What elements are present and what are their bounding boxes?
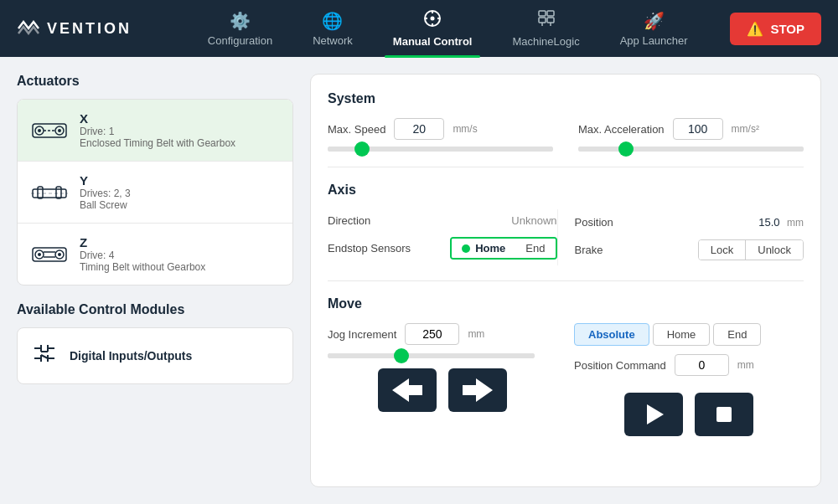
actuator-y-name: Y — [80, 173, 131, 188]
svg-point-24 — [38, 253, 41, 256]
nav-app-launcher[interactable]: 🚀 App Launcher — [600, 4, 708, 54]
position-command-row: Position Command mm — [574, 354, 804, 376]
stop-button[interactable]: ⚠️ STOP — [730, 13, 821, 45]
move-right: Absolute Home End Position Command mm — [574, 323, 804, 436]
actuator-y-info: Y Drives: 2, 3 Ball Screw — [80, 173, 131, 211]
home-label: Home — [667, 328, 696, 341]
actuator-x-desc: Enclosed Timing Belt with Gearbox — [80, 137, 235, 149]
max-speed-slider[interactable] — [328, 147, 553, 152]
max-accel-slider[interactable] — [578, 147, 804, 152]
jog-left-button[interactable] — [378, 368, 437, 412]
right-panel: System Max. Speed mm/s — [310, 74, 821, 487]
direction-label: Direction — [328, 214, 370, 227]
nav-configuration[interactable]: ⚙️ Configuration — [188, 4, 292, 54]
position-label: Position — [575, 216, 613, 229]
actuator-y[interactable]: Y Drives: 2, 3 Ball Screw — [18, 162, 292, 224]
brake-unlock-btn[interactable]: Unlock — [746, 240, 803, 260]
endstop-home-btn[interactable]: Home — [452, 239, 515, 258]
max-accel-field: Max. Acceleration mm/s² — [578, 118, 804, 152]
rocket-icon: 🚀 — [644, 11, 665, 31]
absolute-btn[interactable]: Absolute — [574, 323, 649, 346]
axis-title: Axis — [328, 183, 804, 198]
nav-app-launcher-label: App Launcher — [620, 34, 688, 47]
svg-rect-6 — [539, 11, 546, 16]
gear-icon: ⚙️ — [230, 11, 251, 31]
position-field: Position 15.0 mm — [575, 209, 804, 234]
svg-point-16 — [58, 129, 61, 132]
header: VENTION ⚙️ Configuration 🌐 Network Manu — [0, 0, 838, 57]
digital-io-module[interactable]: Digital Inputs/Outputs — [17, 327, 293, 384]
nav-machinelogic[interactable]: MachineLogic — [492, 3, 599, 54]
actuator-z[interactable]: Z Drive: 4 Timing Belt without Gearbox — [18, 224, 292, 285]
max-accel-unit: mm/s² — [732, 123, 759, 135]
svg-rect-7 — [547, 11, 554, 16]
crosshair-icon — [423, 9, 442, 32]
endstop-end-label: End — [525, 242, 545, 255]
logo-icon — [17, 17, 40, 40]
max-accel-label: Max. Acceleration — [578, 123, 665, 136]
actuator-z-icon — [31, 241, 68, 268]
axis-left: Direction Unknown Endstop Sensors Home E… — [328, 209, 557, 265]
position-value-group: 15.0 mm — [758, 214, 804, 229]
actuator-y-icon — [31, 179, 68, 206]
control-modules: Digital Inputs/Outputs — [17, 327, 293, 384]
max-accel-input[interactable] — [673, 118, 723, 140]
direction-field: Direction Unknown — [328, 209, 557, 232]
system-controls-row: Max. Speed mm/s Max. Acceleration mm/s² — [328, 118, 804, 152]
svg-point-14 — [38, 129, 41, 132]
jog-slider[interactable] — [328, 353, 535, 358]
svg-marker-39 — [647, 404, 664, 424]
logo: VENTION — [17, 17, 132, 40]
arrow-right-icon — [463, 378, 493, 402]
max-speed-input[interactable] — [394, 118, 444, 140]
logo-text: VENTION — [47, 20, 132, 38]
actuator-y-drive: Drives: 2, 3 — [80, 188, 131, 199]
play-button[interactable] — [624, 393, 683, 436]
actuator-x-name: X — [80, 111, 235, 126]
brake-lock-btn[interactable]: Lock — [699, 240, 746, 260]
max-speed-row: Max. Speed mm/s — [328, 118, 553, 140]
move-left: Jog Increment mm — [328, 323, 557, 436]
stop-icon — [715, 405, 733, 424]
main-content: Actuators X Drive: 1 Enclosed Timing Bel… — [0, 57, 838, 504]
brake-toggle: Lock Unlock — [698, 239, 804, 260]
jog-increment-label: Jog Increment — [328, 328, 396, 341]
nav-manual-control[interactable]: Manual Control — [373, 3, 493, 54]
stop-square-button[interactable] — [695, 393, 753, 436]
home-btn[interactable]: Home — [653, 323, 711, 346]
actuator-x-info: X Drive: 1 Enclosed Timing Belt with Gea… — [80, 111, 235, 149]
move-row: Jog Increment mm — [328, 323, 804, 436]
absolute-label: Absolute — [588, 328, 635, 341]
position-value: 15.0 — [758, 216, 779, 229]
globe-icon: 🌐 — [322, 11, 343, 31]
brake-unlock-label: Unlock — [758, 244, 791, 256]
svg-marker-37 — [392, 378, 422, 402]
svg-point-26 — [58, 253, 61, 256]
svg-marker-38 — [463, 378, 493, 402]
system-section: System Max. Speed mm/s — [328, 91, 804, 167]
nav-machinelogic-label: MachineLogic — [512, 35, 579, 48]
endstop-end-btn[interactable]: End — [515, 239, 555, 258]
end-btn[interactable]: End — [713, 323, 761, 346]
stop-button-label: STOP — [770, 22, 804, 36]
pos-cmd-input[interactable] — [675, 354, 729, 376]
svg-rect-21 — [56, 187, 61, 198]
jog-right-button[interactable] — [448, 368, 507, 412]
nav-network-label: Network — [313, 34, 353, 47]
jog-increment-input[interactable] — [405, 323, 459, 345]
modules-title: Available Control Modules — [17, 302, 293, 317]
max-speed-label: Max. Speed — [328, 123, 385, 136]
position-unit: mm — [787, 217, 804, 229]
endstop-label: Endstop Sensors — [328, 242, 411, 255]
svg-point-5 — [431, 17, 435, 21]
nav-network[interactable]: 🌐 Network — [292, 4, 373, 54]
svg-rect-8 — [539, 18, 546, 23]
actuator-x[interactable]: X Drive: 1 Enclosed Timing Belt with Gea… — [18, 100, 292, 162]
actuator-x-icon — [31, 117, 68, 144]
direction-value: Unknown — [511, 214, 556, 227]
play-icon — [642, 403, 665, 426]
svg-rect-20 — [38, 187, 43, 198]
move-section: Move Jog Increment mm — [328, 296, 804, 436]
actuator-y-desc: Ball Screw — [80, 199, 131, 211]
arrow-left-icon — [392, 378, 422, 402]
